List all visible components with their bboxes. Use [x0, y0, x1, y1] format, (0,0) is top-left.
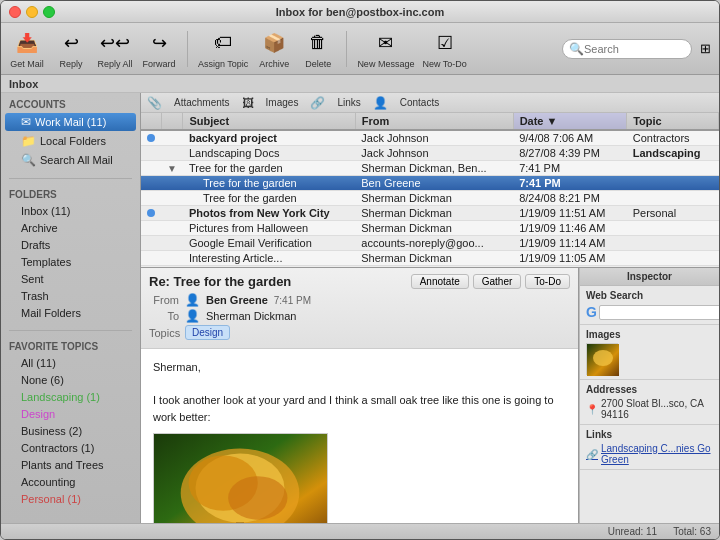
minimize-button[interactable]	[26, 6, 38, 18]
col-date[interactable]: Date ▼	[513, 113, 627, 130]
sidebar-item-work-mail[interactable]: ✉ Work Mail (11)	[5, 113, 136, 131]
table-row[interactable]: Tree for the garden Sherman Dickman 8/24…	[141, 191, 719, 206]
sidebar-item-drafts[interactable]: Drafts	[5, 237, 136, 253]
message-topics-row: Topics Design	[149, 325, 570, 340]
attachments-button[interactable]: Attachments	[170, 96, 234, 109]
table-row[interactable]: Google Email Verification accounts-norep…	[141, 236, 719, 251]
google-icon: G	[586, 304, 597, 320]
table-row[interactable]: Tree for the garden Ben Greene 7:41 PM	[141, 176, 719, 191]
images-icon: 🖼	[242, 96, 254, 110]
table-row[interactable]: Pictures from Halloween Sherman Dickman …	[141, 221, 719, 236]
topic-tag[interactable]: Design	[185, 325, 230, 340]
close-button[interactable]	[9, 6, 21, 18]
delete-icon: 🗑	[304, 29, 332, 57]
annotate-button[interactable]: Annotate	[411, 274, 469, 289]
sidebar-item-search-all[interactable]: 🔍 Search All Mail	[5, 151, 136, 169]
breadcrumb: Inbox	[1, 75, 719, 93]
sidebar-item-archive[interactable]: Archive	[5, 220, 136, 236]
archive-icon: 📦	[260, 29, 288, 57]
sidebar-item-design[interactable]: Design	[5, 406, 136, 422]
inspector-title: Inspector	[580, 268, 719, 286]
reply-icon: ↩	[57, 29, 85, 57]
total-count: Total: 63	[673, 526, 711, 537]
content-toolbar: 📎 Attachments 🖼 Images 🔗 Links 👤 Contact…	[141, 93, 719, 113]
sidebar-item-contractors[interactable]: Contractors (1)	[5, 440, 136, 456]
inspector-search-section: Web Search G ▶	[580, 286, 719, 325]
col-from[interactable]: From	[355, 113, 513, 130]
sidebar-item-inbox[interactable]: Inbox (11)	[5, 203, 136, 219]
todo-button[interactable]: To-Do	[525, 274, 570, 289]
links-button[interactable]: Links	[333, 96, 364, 109]
table-row[interactable]: ▼ Tree for the garden Sherman Dickman, B…	[141, 161, 719, 176]
delete-button[interactable]: 🗑 Delete	[300, 29, 336, 69]
col-flag	[161, 113, 183, 130]
table-row[interactable]: Interesting Article... Sherman Dickman 1…	[141, 251, 719, 266]
search-all-icon: 🔍	[21, 153, 36, 167]
get-mail-button[interactable]: 📥 Get Mail	[9, 29, 45, 69]
inspector-panel: Inspector Web Search G ▶ Images	[579, 268, 719, 523]
table-row[interactable]: backyard project Jack Johnson 9/4/08 7:0…	[141, 130, 719, 146]
sidebar-item-personal[interactable]: Personal (1)	[5, 491, 136, 507]
message-list-container: Subject From Date ▼ Topic backyard proje…	[141, 113, 719, 268]
inspector-image-thumbnail[interactable]	[586, 343, 618, 375]
inspector-search: G ▶	[586, 304, 713, 320]
sidebar-divider-2	[9, 330, 132, 331]
svg-point-4	[228, 476, 287, 519]
sidebar-item-business[interactable]: Business (2)	[5, 423, 136, 439]
message-time: 7:41 PM	[274, 295, 311, 306]
sidebar-item-templates[interactable]: Templates	[5, 254, 136, 270]
sidebar-item-landscaping[interactable]: Landscaping (1)	[5, 389, 136, 405]
forward-button[interactable]: ↪ Forward	[141, 29, 177, 69]
toolbar-divider-1	[187, 31, 188, 67]
location-icon: 📍	[586, 404, 598, 415]
window-title: Inbox for ben@postbox-inc.com	[276, 6, 444, 18]
recipient-avatar-icon: 👤	[185, 309, 200, 323]
search-input[interactable]	[584, 43, 684, 55]
main-area: Accounts ✉ Work Mail (11) 📁 Local Folder…	[1, 93, 719, 523]
web-search-input[interactable]	[599, 305, 719, 320]
inspector-addresses-section: Addresses 📍 2700 Sloat Bl...sco, CA 9411…	[580, 380, 719, 425]
sidebar-item-all[interactable]: All (11)	[5, 355, 136, 371]
table-row[interactable]: Photos from New York City Sherman Dickma…	[141, 206, 719, 221]
unread-indicator	[147, 134, 155, 142]
sidebar-item-mail-folders[interactable]: Mail Folders	[5, 305, 136, 321]
status-bar: Unread: 11 Total: 63	[1, 523, 719, 539]
sidebar-item-trash[interactable]: Trash	[5, 288, 136, 304]
col-subject[interactable]: Subject	[183, 113, 355, 130]
sidebar-item-accounting[interactable]: Accounting	[5, 474, 136, 490]
assign-topic-icon: 🏷	[209, 29, 237, 57]
search-icon: 🔍	[569, 42, 584, 56]
inspector-link[interactable]: 🔗 Landscaping C...nies Go Green	[586, 443, 713, 465]
titlebar: Inbox for ben@postbox-inc.com	[1, 1, 719, 23]
sidebar-item-sent[interactable]: Sent	[5, 271, 136, 287]
maximize-button[interactable]	[43, 6, 55, 18]
sender-avatar-icon: 👤	[185, 293, 200, 307]
assign-topic-button[interactable]: 🏷 Assign Topic	[198, 29, 248, 69]
reply-button[interactable]: ↩ Reply	[53, 29, 89, 69]
col-topic[interactable]: Topic	[627, 113, 719, 130]
reply-all-button[interactable]: ↩↩ Reply All	[97, 29, 133, 69]
toolbar: 📥 Get Mail ↩ Reply ↩↩ Reply All ↪ Forwar…	[1, 23, 719, 75]
new-message-button[interactable]: ✉ New Message	[357, 29, 414, 69]
thread-expand-icon[interactable]: ▼	[167, 163, 177, 174]
accounts-section: Accounts ✉ Work Mail (11) 📁 Local Folder…	[1, 93, 140, 174]
content-pane: 📎 Attachments 🖼 Images 🔗 Links 👤 Contact…	[141, 93, 719, 523]
get-mail-icon: 📥	[13, 29, 41, 57]
new-todo-button[interactable]: ☑ New To-Do	[422, 29, 466, 69]
unread-indicator	[147, 209, 155, 217]
local-folders-icon: 📁	[21, 134, 36, 148]
message-subject: Re: Tree for the garden	[149, 274, 291, 289]
images-button[interactable]: Images	[262, 96, 303, 109]
contacts-button[interactable]: Contacts	[396, 96, 443, 109]
message-header: Re: Tree for the garden Annotate Gather …	[141, 268, 578, 349]
sidebar-item-none[interactable]: None (6)	[5, 372, 136, 388]
reply-all-icon: ↩↩	[101, 29, 129, 57]
sidebar-item-plants-trees[interactable]: Plants and Trees	[5, 457, 136, 473]
search-options-icon[interactable]: ⊞	[700, 41, 711, 56]
gather-button[interactable]: Gather	[473, 274, 522, 289]
archive-button[interactable]: 📦 Archive	[256, 29, 292, 69]
sidebar-divider-1	[9, 178, 132, 179]
sidebar-item-local-folders[interactable]: 📁 Local Folders	[5, 132, 136, 150]
table-row[interactable]: Landscaping Docs Jack Johnson 8/27/08 4:…	[141, 146, 719, 161]
message-actions: Annotate Gather To-Do	[411, 274, 570, 289]
